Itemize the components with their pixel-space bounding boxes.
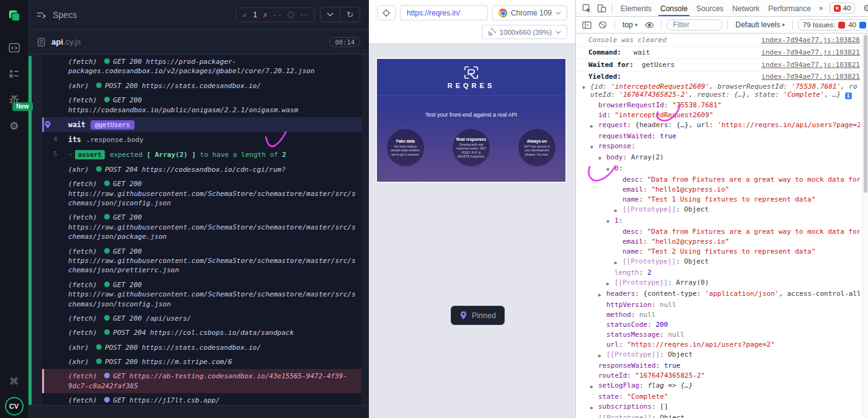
console-row[interactable]: ▼{id: 'interceptedRequest2609', browserR… — [576, 81, 862, 100]
twisty-open-icon[interactable]: ▼ — [606, 164, 614, 174]
console-row[interactable]: length: 2 — [576, 267, 862, 277]
scrollbar-thumb[interactable] — [864, 35, 867, 193]
twisty-closed-icon[interactable]: ▶ — [590, 414, 598, 418]
log-row-its[interactable]: 4its.response.body — [42, 132, 361, 147]
spec-row[interactable]: api.cy.js 00:14 — [28, 30, 369, 55]
console-row[interactable]: ▼0: — [576, 163, 862, 174]
log-row-net[interactable]: (fetch)POST 204 https://col.csbops.io/da… — [42, 326, 361, 340]
console-row[interactable]: responseWaited: true — [576, 360, 862, 370]
twisty-closed-icon[interactable]: ▶ — [590, 381, 598, 391]
twisty-open-icon[interactable]: ▼ — [590, 142, 598, 151]
console-row[interactable]: ▶[[Prototype]]: Object — [576, 204, 862, 215]
console-row[interactable]: Yielded:index-7d94ae77.js:103821 — [576, 71, 862, 81]
source-link[interactable]: index-7d94ae77.js:103828 — [756, 36, 860, 44]
console-row[interactable]: ▶headers: {content-type: 'application/js… — [576, 288, 862, 300]
console-row[interactable]: ▶[[Prototype]]: Object — [576, 256, 862, 267]
more-tabs-button[interactable]: » — [817, 4, 826, 12]
log-row-net[interactable]: (xhr)POST 200 https://stats.codesandbox.… — [42, 79, 361, 93]
console-row[interactable]: method: null — [576, 309, 862, 319]
console-row[interactable]: Command: waitindex-7d94ae77.js:103821 — [576, 47, 862, 59]
source-link[interactable]: index-7d94ae77.js:103821 — [756, 61, 860, 69]
console-row[interactable]: ▶subscriptions: [] — [576, 401, 862, 412]
tab-network[interactable]: Network — [728, 1, 764, 16]
console-row[interactable]: ▼1: — [576, 215, 862, 226]
devtools-scrollbar[interactable] — [862, 34, 868, 418]
console-error-badge[interactable]: ✕ 40 — [830, 2, 856, 14]
console-sidebar-toggle-icon[interactable] — [580, 19, 593, 31]
console-row[interactable]: name: "Test 2 Using fixtures to represen… — [576, 246, 862, 256]
console-row[interactable]: statusMessage: null — [576, 329, 862, 339]
clear-console-icon[interactable] — [596, 19, 609, 31]
settings-icon[interactable]: ⚙ — [0, 115, 28, 136]
console-row[interactable]: browserRequestId: "75538.7681" — [576, 100, 862, 110]
console-row[interactable]: ▶setLogFlag: flag => {…} — [576, 380, 862, 391]
inspect-element-icon[interactable] — [580, 2, 593, 14]
console-row[interactable]: url: "https://reqres.in/api/users?page=2… — [576, 339, 862, 349]
twisty-closed-icon[interactable]: ▶ — [598, 350, 606, 360]
console-row[interactable]: statusCode: 200 — [576, 319, 862, 329]
console-filter-input[interactable] — [666, 19, 722, 30]
log-row-net[interactable]: (xhr)POST 200 https://stats.codesandbox.… — [42, 340, 361, 355]
issues-counter[interactable]: 79 Issues: 40 39 — [798, 19, 868, 30]
twisty-closed-icon[interactable]: ▶ — [598, 290, 606, 299]
log-row-net[interactable]: (xhr)POST 204 https://codesandbox.io/cdn… — [42, 162, 361, 177]
twisty-closed-icon[interactable]: ▶ — [590, 402, 598, 412]
device-toolbar-icon[interactable] — [595, 2, 608, 14]
console-row[interactable]: desc: "Data from Fixtures are a great wa… — [576, 226, 862, 236]
tab-performance[interactable]: Performance — [764, 1, 815, 16]
log-row-net[interactable]: (fetch)GET 200 https://raw.githubusercon… — [42, 177, 361, 210]
source-link[interactable]: index-7d94ae77.js:103821 — [756, 73, 860, 81]
live-expression-eye-icon[interactable] — [642, 19, 656, 31]
log-row-net[interactable]: (fetch)GET 200 https://raw.githubusercon… — [42, 278, 361, 311]
log-row-net[interactable]: (fetch)GET 200 https://raw.githubusercon… — [42, 210, 361, 244]
console-row[interactable]: id: "interceptedRequest2609" — [576, 110, 862, 120]
twisty-open-icon[interactable]: ▼ — [582, 82, 590, 92]
twisty-closed-icon[interactable]: ▶ — [606, 278, 614, 288]
context-selector[interactable]: top▾ — [620, 20, 640, 29]
log-row-net[interactable]: (fetch)GET 200 https://raw.githubusercon… — [42, 244, 361, 278]
editor-icon[interactable] — [0, 37, 28, 58]
test-stats[interactable]: ✓ 1 ✗ -- -- — [236, 7, 315, 22]
log-levels-select[interactable]: Default levels▾ — [733, 20, 787, 29]
console-row[interactable]: Waited for: getUsersindex-7d94ae77.js:10… — [576, 59, 862, 71]
twisty-closed-icon[interactable]: ▶ — [614, 205, 622, 215]
devtools-settings-icon[interactable]: ⚙ — [860, 2, 868, 14]
console-row[interactable]: ▶[[Prototype]]: Array(0) — [576, 277, 862, 288]
console-row[interactable]: ▼response: — [576, 141, 862, 152]
twisty-closed-icon[interactable]: ▶ — [614, 257, 622, 267]
console-row[interactable]: email: "hello2@cypress.io" — [576, 236, 862, 246]
console-row[interactable]: desc: "Data from Fixtures are a great wa… — [576, 174, 862, 184]
codesandbox-logo-icon[interactable] — [0, 5, 28, 26]
console-row[interactable]: email: "hello1@cypress.io" — [576, 184, 862, 194]
collapse-all-button[interactable] — [321, 7, 340, 22]
console-row[interactable]: ▶request: {headers: {…}, url: 'https://r… — [576, 120, 862, 131]
console-row[interactable]: name: "Test 1 Using fixtures to represen… — [576, 194, 862, 204]
tests-icon[interactable] — [0, 63, 28, 84]
selector-playground-button[interactable] — [377, 5, 396, 20]
browser-select[interactable]: Chrome 109 — [492, 5, 567, 20]
twisty-open-icon[interactable]: ▼ — [606, 216, 614, 226]
log-row-net[interactable]: (fetch)GET https://ab-testing.codesandbo… — [42, 369, 361, 393]
console-row[interactable]: ▶[[Prototype]]: Object — [576, 349, 862, 360]
console-row[interactable]: state: "Complete" — [576, 391, 862, 401]
specs-title[interactable]: Specs — [53, 10, 236, 20]
twisty-closed-icon[interactable]: ▶ — [590, 121, 598, 130]
rerun-button[interactable]: ↻ — [340, 7, 360, 22]
log-row-net[interactable]: (xhr)POST 200 https://m.stripe.com/6 — [42, 355, 361, 369]
console-row[interactable]: requestWaited: true — [576, 131, 862, 141]
user-avatar[interactable]: CV — [5, 397, 24, 416]
tab-sources[interactable]: Sources — [692, 1, 728, 16]
shortcuts-icon[interactable]: ⌘ — [0, 371, 28, 392]
console-row[interactable]: Console was clearedindex-7d94ae77.js:103… — [576, 34, 862, 47]
aut-iframe[interactable]: REQRES Test your front-end against a rea… — [377, 59, 565, 182]
collapse-sidebar-icon[interactable] — [37, 11, 46, 19]
log-row-net[interactable]: (fetch)GET 200 /api/users/ — [42, 311, 361, 326]
console-row[interactable]: ▶[[Prototype]]: Object — [576, 412, 862, 418]
viewport-select[interactable]: 1000x660 (39%) — [482, 25, 567, 39]
log-row-wait[interactable]: wait@getUsers — [42, 117, 361, 132]
aut-url[interactable]: https://reqres.in/ — [400, 5, 488, 20]
tab-elements[interactable]: Elements — [616, 1, 656, 16]
pinned-button[interactable]: Pinned — [451, 306, 505, 325]
log-row-assert[interactable]: 5-assertexpected [ Array(2) ] to have a … — [42, 147, 361, 162]
console-row[interactable]: ▼body: Array(2) — [576, 152, 862, 163]
